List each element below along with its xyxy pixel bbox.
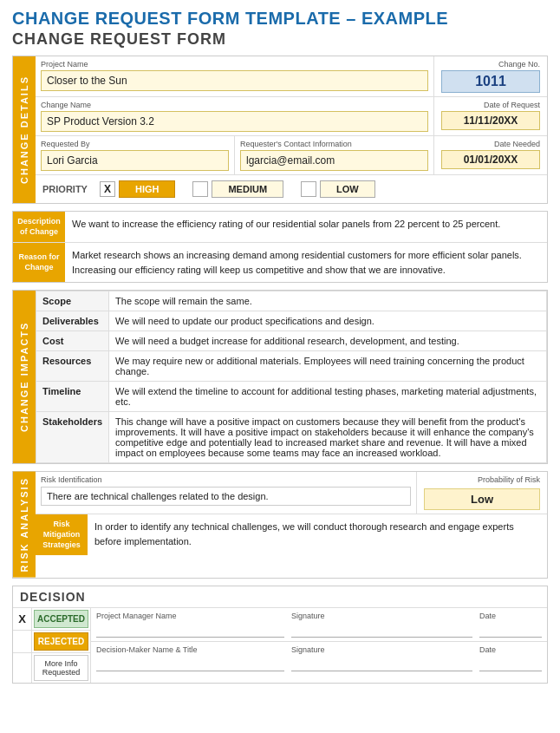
date-of-request-value: 11/11/20XX — [441, 111, 540, 130]
pm-date-value[interactable] — [479, 622, 542, 638]
description-text: We want to increase the efficiency ratin… — [65, 212, 547, 242]
contact-label: Requester's Contact Information — [240, 140, 428, 148]
pm-signature-label: Signature — [291, 612, 472, 620]
accepted-status[interactable]: ACCEPTED — [34, 610, 88, 628]
mitigation-label: Risk Mitigation Strategies — [36, 514, 88, 555]
dm-signature-label: Signature — [291, 645, 472, 654]
date-of-request-label: Date of Request — [441, 101, 540, 109]
impact-row-0: Scope The scope will remain the same. — [36, 291, 547, 311]
impact-label-0: Scope — [36, 291, 109, 311]
accepted-row: X ACCEPTED — [13, 608, 90, 631]
dm-name-label: Decision-Maker Name & Title — [96, 645, 284, 654]
change-name-field: Change Name SP Product Version 3.2 — [36, 97, 434, 136]
date-needed-field: Date Needed 01/01/20XX — [434, 136, 547, 174]
priority-low-option[interactable]: LOW — [301, 180, 375, 198]
requested-by-label: Requested By — [41, 140, 229, 148]
project-name-value[interactable]: Closer to the Sun — [41, 70, 428, 91]
description-section: Description of Change We want to increas… — [12, 211, 548, 283]
impact-text-2: We will need a budget increase for addit… — [109, 331, 547, 351]
change-no-label: Change No. — [441, 60, 540, 69]
risk-top-row: Risk Identification There are technical … — [36, 472, 547, 514]
priority-medium-option[interactable]: MEDIUM — [192, 180, 283, 198]
impact-row-5: Stakeholders This change will have a pos… — [36, 412, 547, 463]
dm-date-value[interactable] — [479, 656, 542, 671]
date-needed-label: Date Needed — [441, 140, 540, 148]
risk-analysis-label: RISK ANALYSIS — [13, 472, 36, 578]
main-title: CHANGE REQUEST FORM TEMPLATE – EXAMPLE — [12, 9, 548, 29]
priority-high-option[interactable]: X HIGH — [100, 180, 176, 198]
impact-text-5: This change will have a positive impact … — [109, 412, 547, 463]
decision-section: DECISION X ACCEPTED REJECTED More Info R… — [12, 586, 548, 684]
impact-text-1: We will need to update our product speci… — [109, 311, 547, 331]
change-no-field: Change No. 1011 — [434, 56, 547, 97]
rejected-status[interactable]: REJECTED — [34, 632, 88, 651]
project-name-field: Project Name Closer to the Sun — [36, 56, 434, 97]
reason-text: Market research shows an increasing dema… — [65, 243, 547, 282]
risk-id-label: Risk Identification — [41, 475, 411, 484]
priority-label: PRIORITY — [42, 184, 88, 194]
risk-mitigation-row: Risk Mitigation Strategies In order to i… — [36, 514, 547, 555]
risk-id-value[interactable]: There are technical challenges related t… — [41, 487, 411, 506]
date-of-request-field: Date of Request 11/11/20XX — [434, 97, 547, 136]
impact-label-2: Cost — [36, 331, 109, 351]
priority-medium-checkbox[interactable] — [192, 181, 208, 197]
risk-analysis-section: RISK ANALYSIS Risk Identification There … — [12, 471, 548, 579]
priority-row: PRIORITY X HIGH MEDIUM LOW — [36, 175, 547, 203]
more-info-row: More Info Requested — [13, 653, 90, 683]
impact-row-4: Timeline We will extend the timeline to … — [36, 382, 547, 412]
pm-name-field: Project Manager Name — [96, 612, 284, 638]
rejected-x-box — [13, 631, 32, 652]
probability-value: Low — [424, 488, 540, 510]
decision-label: DECISION — [20, 590, 86, 604]
priority-high-btn[interactable]: HIGH — [119, 180, 176, 198]
risk-id-field: Risk Identification There are technical … — [36, 472, 417, 514]
accepted-x-box: X — [13, 608, 32, 630]
change-impacts-label: CHANGE IMPACTS — [13, 291, 36, 463]
change-details-section: CHANGE DETAILS Project Name Closer to th… — [12, 56, 548, 204]
impact-text-0: The scope will remain the same. — [109, 291, 547, 311]
pm-name-value[interactable] — [96, 622, 284, 638]
pm-name-label: Project Manager Name — [96, 612, 284, 620]
impact-label-4: Timeline — [36, 382, 109, 412]
priority-low-checkbox[interactable] — [301, 181, 316, 197]
impact-label-1: Deliverables — [36, 311, 109, 331]
pm-date-field: Date — [472, 612, 542, 638]
decision-signatures: Project Manager Name Signature Date — [91, 608, 547, 683]
dm-name-value[interactable] — [96, 656, 284, 671]
pm-signature-value[interactable] — [291, 622, 472, 638]
change-details-content: Project Name Closer to the Sun Change No… — [36, 56, 547, 203]
decision-body: X ACCEPTED REJECTED More Info Requested — [13, 608, 547, 683]
mitigation-text: In order to identify any technical chall… — [88, 514, 547, 555]
impact-text-4: We will extend the timeline to account f… — [109, 382, 547, 412]
sig-row-1: Project Manager Name Signature Date — [91, 608, 547, 642]
reason-label: Reason for Change — [13, 243, 65, 282]
risk-probability-field: Probability of Risk Low — [417, 472, 547, 514]
more-info-status[interactable]: More Info Requested — [34, 655, 88, 681]
dm-name-field: Decision-Maker Name & Title — [96, 645, 284, 671]
more-info-x-box — [13, 653, 32, 683]
priority-low-btn[interactable]: LOW — [320, 180, 375, 198]
impact-row-2: Cost We will need a budget increase for … — [36, 331, 547, 351]
impact-row-3: Resources We may require new or addition… — [36, 351, 547, 382]
dm-date-field: Date — [472, 645, 542, 671]
date-needed-value: 01/01/20XX — [441, 150, 540, 169]
dm-signature-field: Signature — [284, 645, 472, 671]
change-name-value[interactable]: SP Product Version 3.2 — [41, 111, 428, 132]
contact-field: Requester's Contact Information lgarcia@… — [235, 136, 434, 174]
change-name-label: Change Name — [41, 101, 428, 109]
impact-row-1: Deliverables We will need to update our … — [36, 311, 547, 331]
dm-date-label: Date — [479, 645, 542, 654]
dm-signature-value[interactable] — [291, 656, 472, 671]
change-impacts-section: CHANGE IMPACTS Scope The scope will rema… — [12, 290, 548, 464]
impact-label-5: Stakeholders — [36, 412, 109, 463]
contact-value[interactable]: lgarcia@email.com — [240, 150, 428, 171]
req-row: Requested By Lori Garcia Requester's Con… — [36, 136, 547, 175]
sig-row-2: Decision-Maker Name & Title Signature Da… — [91, 642, 547, 675]
priority-high-checkbox[interactable]: X — [100, 181, 115, 197]
pm-signature-field: Signature — [284, 612, 472, 638]
priority-medium-btn[interactable]: MEDIUM — [212, 180, 283, 198]
change-details-label: CHANGE DETAILS — [13, 56, 36, 203]
risk-analysis-content: Risk Identification There are technical … — [36, 472, 547, 578]
probability-label: Probability of Risk — [424, 475, 540, 484]
requested-by-value[interactable]: Lori Garcia — [41, 150, 229, 171]
